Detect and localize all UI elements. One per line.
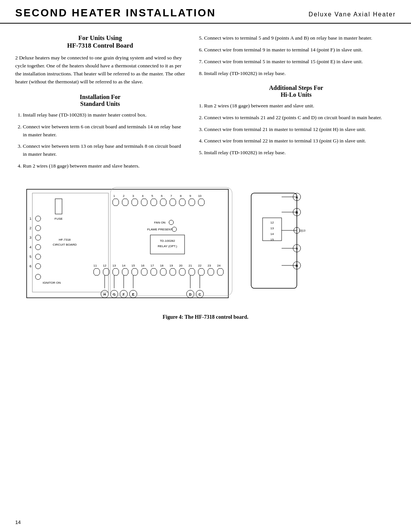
svg-marker-21 xyxy=(179,199,185,206)
circuit-board-diagram: FUSE 1 2 3 4 5 6 7 8 9 10 xyxy=(15,185,396,311)
svg-text:FAN ON: FAN ON xyxy=(154,221,166,224)
svg-text:RELAY (OPT.): RELAY (OPT.) xyxy=(158,244,177,248)
list-item: Connect wire from terminal 21 in master … xyxy=(204,126,396,134)
svg-text:12|13: 12|13 xyxy=(299,229,305,232)
svg-marker-67 xyxy=(151,268,157,275)
svg-text:9: 9 xyxy=(296,247,298,251)
svg-rect-2 xyxy=(55,199,62,214)
svg-marker-68 xyxy=(160,268,166,275)
svg-marker-66 xyxy=(141,268,147,275)
list-item: Connect wire from terminal 5 in master t… xyxy=(204,58,396,66)
svg-marker-65 xyxy=(132,268,138,275)
intro-paragraph: 2 Deluxe heaters may be connected to one… xyxy=(15,54,185,86)
svg-text:4: 4 xyxy=(142,194,144,198)
svg-text:18: 18 xyxy=(160,264,164,267)
svg-text:8: 8 xyxy=(180,194,182,198)
main-content: For Units Using HF-7318 Control Board 2 … xyxy=(0,24,411,182)
svg-text:12: 12 xyxy=(103,264,107,267)
section-title: For Units Using HF-7318 Control Board xyxy=(15,34,185,50)
bottom-terminals xyxy=(94,268,223,275)
installation-subtitle: Installation For Standard Units xyxy=(15,94,185,107)
svg-text:15: 15 xyxy=(132,264,135,267)
svg-text:6: 6 xyxy=(161,194,163,198)
list-item: Install relay (TD-100282) in relay base. xyxy=(204,149,396,157)
svg-marker-18 xyxy=(151,199,157,206)
svg-marker-69 xyxy=(170,268,176,275)
svg-marker-19 xyxy=(160,199,166,206)
header-subtitle: Deluxe Vane Axial Heater xyxy=(309,11,396,18)
svg-text:14: 14 xyxy=(271,232,274,236)
svg-text:22: 22 xyxy=(198,264,202,267)
svg-marker-73 xyxy=(208,268,214,275)
right-column: Connect wires to terminal 5 and 9 (point… xyxy=(196,34,396,174)
diagram-container: FUSE 1 2 3 4 5 6 7 8 9 10 xyxy=(15,185,396,320)
svg-text:13: 13 xyxy=(271,227,274,230)
svg-text:24: 24 xyxy=(217,264,221,267)
svg-text:15: 15 xyxy=(271,238,274,241)
svg-marker-72 xyxy=(198,268,204,275)
svg-point-25 xyxy=(35,216,41,221)
svg-text:2: 2 xyxy=(123,194,125,198)
svg-text:11: 11 xyxy=(94,264,97,267)
svg-marker-15 xyxy=(122,199,128,206)
header-title: SECOND HEATER INSTALLATION xyxy=(15,7,216,19)
svg-marker-14 xyxy=(113,199,119,206)
svg-text:5: 5 xyxy=(151,194,153,198)
svg-text:FLAME PRESENT: FLAME PRESENT xyxy=(147,228,173,231)
svg-point-27 xyxy=(35,225,41,231)
svg-text:3: 3 xyxy=(132,194,134,198)
list-item: Run 2 wires (18 gage) between master and… xyxy=(204,102,396,110)
svg-marker-22 xyxy=(189,199,195,206)
svg-marker-20 xyxy=(170,199,176,206)
svg-text:B: B xyxy=(296,264,298,268)
svg-point-42 xyxy=(172,227,177,232)
svg-text:20: 20 xyxy=(179,264,183,267)
left-column: For Units Using HF-7318 Control Board 2 … xyxy=(15,34,185,174)
list-item: Connect wire between term 13 on relay ba… xyxy=(23,142,185,158)
svg-text:4: 4 xyxy=(29,245,31,249)
additional-steps-title: Additional Steps For Hi-Lo Units xyxy=(196,85,396,98)
svg-marker-16 xyxy=(132,199,138,206)
svg-text:3: 3 xyxy=(29,236,31,240)
svg-text:14: 14 xyxy=(122,264,126,267)
svg-text:FUSE: FUSE xyxy=(54,217,62,220)
svg-text:10: 10 xyxy=(198,194,202,198)
svg-text:1: 1 xyxy=(29,217,31,220)
svg-marker-74 xyxy=(217,268,223,275)
svg-text:H: H xyxy=(104,292,106,296)
svg-text:HF-7318: HF-7318 xyxy=(59,238,71,241)
svg-text:TD-100282: TD-100282 xyxy=(160,239,175,243)
svg-marker-61 xyxy=(94,268,100,275)
svg-text:B: B xyxy=(296,211,298,214)
svg-text:17: 17 xyxy=(151,264,154,267)
installation-steps-list: Install relay base (TD-100283) in master… xyxy=(15,111,185,171)
additional-steps-list: Run 2 wires (18 gage) between master and… xyxy=(196,102,396,157)
page-header: SECOND HEATER INSTALLATION Deluxe Vane A… xyxy=(0,0,411,24)
list-item: Install relay (TD-100282) in relay base. xyxy=(204,70,396,78)
svg-text:21: 21 xyxy=(189,264,192,267)
list-item: Connect wires to terminal 5 and 9 (point… xyxy=(204,34,396,42)
list-item: Connect wires to terminals 21 and 22 (po… xyxy=(204,114,396,122)
top-terminals xyxy=(113,199,204,206)
page-number: 14 xyxy=(15,519,21,525)
svg-marker-64 xyxy=(122,268,128,275)
svg-text:23: 23 xyxy=(208,264,211,267)
svg-text:12: 12 xyxy=(271,221,274,224)
svg-text:19: 19 xyxy=(170,264,173,267)
diagram-wrapper: FUSE 1 2 3 4 5 6 7 8 9 10 xyxy=(15,185,396,311)
left-terminals: 1 2 3 4 5 6 xyxy=(29,216,41,280)
svg-text:9: 9 xyxy=(190,194,191,198)
svg-text:16: 16 xyxy=(141,264,145,267)
svg-rect-1 xyxy=(32,193,108,292)
svg-marker-71 xyxy=(189,268,195,275)
svg-marker-63 xyxy=(113,268,119,275)
svg-marker-23 xyxy=(198,199,204,206)
figure-caption: Figure 4: The HF-7318 control board. xyxy=(162,314,249,320)
svg-point-35 xyxy=(35,264,41,269)
svg-text:6: 6 xyxy=(29,264,31,268)
list-item: Install relay base (TD-100283) in master… xyxy=(23,111,185,119)
svg-text:IGNITOR ON: IGNITOR ON xyxy=(43,281,61,284)
list-item: Connect wire from terminal 22 in master … xyxy=(204,137,396,145)
svg-text:1: 1 xyxy=(113,194,115,198)
list-item: Run 2 wires (18 gage) between master and… xyxy=(23,162,185,170)
